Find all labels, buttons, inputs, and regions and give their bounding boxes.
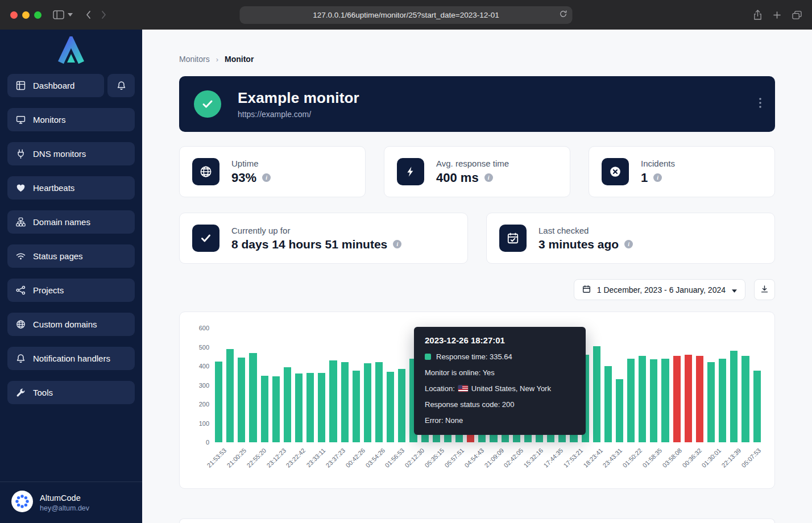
chart-bar[interactable]	[249, 353, 256, 442]
info-icon[interactable]: i	[624, 240, 633, 248]
chart-bar-offline[interactable]	[673, 356, 681, 442]
sidebar-item-dns-monitors[interactable]: DNS monitors	[7, 142, 135, 165]
chart-bar[interactable]	[215, 362, 222, 442]
app-logo[interactable]	[0, 30, 142, 74]
address-bar[interactable]: 127.0.0.1/66uptime/monitor/25?start_date…	[240, 6, 573, 24]
incidents-card: Incidents 1i	[589, 146, 775, 197]
stat-label: Incidents	[641, 159, 675, 168]
sidebar-item-monitors[interactable]: Monitors	[7, 108, 135, 131]
sidebar-item-domain-names[interactable]: Domain names	[7, 210, 135, 234]
sidebar-item-heartbeats[interactable]: Heartbeats	[7, 176, 135, 200]
chart-bar[interactable]	[707, 362, 715, 442]
date-range-picker[interactable]: 1 December, 2023 - 6 January, 2024	[574, 279, 745, 300]
x-tick-label: 03:54:26	[364, 447, 386, 469]
chart-bar[interactable]	[284, 367, 291, 442]
notifications-button[interactable]	[107, 74, 135, 97]
status-online-icon	[194, 90, 221, 118]
refresh-icon[interactable]	[560, 10, 567, 20]
info-icon[interactable]: i	[393, 240, 401, 248]
sidebar-item-label: Dashboard	[33, 81, 74, 90]
chart-bar[interactable]	[306, 373, 314, 442]
window-close-button[interactable]	[10, 11, 18, 19]
chart-bar[interactable]	[604, 366, 612, 442]
info-icon[interactable]: i	[262, 173, 271, 182]
x-tick-label: 22:55:20	[245, 447, 267, 469]
sidebar-item-label: Heartbeats	[33, 183, 74, 193]
new-tab-icon[interactable]	[773, 11, 781, 19]
x-axis: 21:53:5321:00:2522:55:2023:12:2323:22:42…	[223, 447, 757, 483]
chart-bar[interactable]	[353, 371, 360, 442]
response-time-chart-card: 6005004003002001000 21:53:5321:00:2522:5…	[179, 312, 775, 489]
chevron-down-icon[interactable]	[68, 13, 73, 16]
sidebar-user[interactable]: AltumCode hey@altum.dev	[0, 482, 142, 523]
chart-bar[interactable]	[238, 358, 245, 442]
chart-bar[interactable]	[661, 359, 669, 442]
chart-bar[interactable]	[719, 359, 726, 442]
chart-bar[interactable]	[741, 356, 749, 442]
chart-bar[interactable]	[364, 363, 371, 442]
chart-bar[interactable]	[295, 373, 303, 442]
chart-bar[interactable]	[272, 376, 280, 442]
user-email: hey@altum.dev	[40, 504, 89, 512]
series-swatch	[425, 354, 431, 360]
bell-icon	[16, 354, 26, 363]
chart-bar[interactable]	[639, 356, 646, 442]
info-icon[interactable]: i	[653, 173, 662, 182]
sidebar-item-projects[interactable]: Projects	[7, 279, 135, 302]
sidebar-item-status-pages[interactable]: Status pages	[7, 244, 135, 268]
sidebar-item-tools[interactable]: Tools	[7, 381, 135, 404]
x-tick-label: 15:32:16	[523, 447, 545, 469]
chart-bar[interactable]	[329, 360, 337, 442]
x-tick-label: 21:09:09	[483, 447, 505, 469]
us-flag-icon	[458, 385, 468, 392]
breadcrumb-monitors[interactable]: Monitors	[179, 55, 210, 64]
window-zoom-button[interactable]	[34, 11, 42, 19]
download-icon	[760, 285, 769, 295]
stat-value: 8 days 14 hours 51 minutes	[231, 238, 387, 251]
chart-bar[interactable]	[730, 351, 738, 442]
x-tick-label: 05:07:53	[740, 447, 763, 469]
chart-bar[interactable]	[627, 359, 635, 442]
breadcrumb: Monitors › Monitor	[179, 55, 775, 64]
bolt-icon	[397, 158, 424, 185]
caret-down-icon	[732, 285, 737, 294]
back-button-icon[interactable]	[85, 10, 91, 19]
sidebar-nav: DashboardMonitorsDNS monitorsHeartbeatsD…	[0, 74, 142, 482]
chart-bar[interactable]	[261, 376, 268, 442]
forward-button-icon[interactable]	[101, 10, 107, 19]
share-icon[interactable]	[753, 10, 762, 20]
chart-bar[interactable]	[753, 371, 761, 442]
tooltip-location-label: Location:	[425, 384, 455, 393]
stat-label: Last checked	[538, 226, 633, 235]
info-icon[interactable]: i	[484, 173, 493, 182]
chart-bar[interactable]	[341, 362, 349, 442]
tab-overview-icon[interactable]	[792, 11, 802, 19]
x-tick-label: 00:36:32	[681, 447, 703, 469]
chart-bar[interactable]	[375, 362, 383, 442]
chart-bar-offline[interactable]	[685, 355, 692, 442]
chart-bar[interactable]	[387, 372, 394, 442]
x-tick-label: 05:57:51	[443, 447, 465, 469]
chart-bar[interactable]	[398, 369, 405, 442]
download-button[interactable]	[754, 279, 775, 300]
sidebar-item-custom-domains[interactable]: Custom domains	[7, 313, 135, 336]
sidebar: DashboardMonitorsDNS monitorsHeartbeatsD…	[0, 30, 142, 523]
stat-label: Uptime	[231, 159, 271, 168]
stat-value: 1	[641, 171, 648, 185]
sidebar-item-label: Projects	[33, 285, 64, 295]
chart-bar[interactable]	[318, 373, 325, 442]
chart-bar[interactable]	[650, 359, 657, 442]
breadcrumb-monitor: Monitor	[225, 55, 254, 64]
chart-bar-offline[interactable]	[696, 356, 703, 442]
chart-bar[interactable]	[226, 349, 234, 442]
sidebar-item-notification-handlers[interactable]: Notification handlers	[7, 347, 135, 370]
sitemap-icon	[16, 217, 26, 227]
url-text: 127.0.0.1/66uptime/monitor/25?start_date…	[313, 11, 499, 19]
chart-bar[interactable]	[616, 379, 623, 442]
sidebar-item-dashboard[interactable]: Dashboard	[7, 74, 104, 97]
window-minimize-button[interactable]	[22, 11, 30, 19]
chart-bar[interactable]	[593, 346, 600, 442]
kebab-menu-icon[interactable]	[756, 94, 765, 114]
sidebar-toggle-icon[interactable]	[53, 10, 64, 19]
chart-tooltip: 2023-12-26 18:27:01 Response time: 335.6…	[414, 327, 586, 435]
